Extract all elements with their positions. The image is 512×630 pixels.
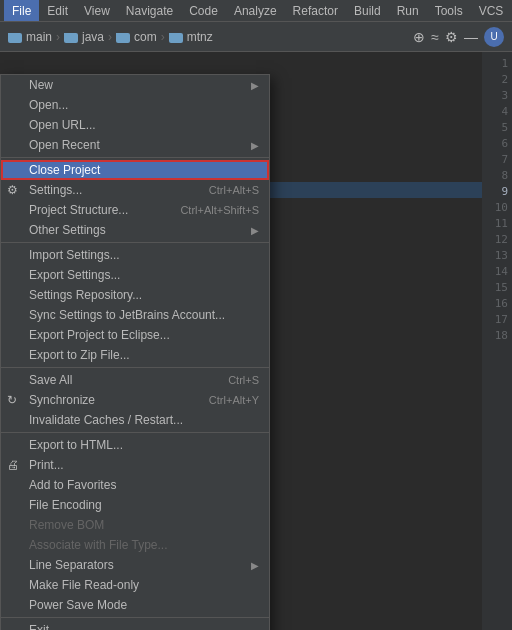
menu-item-other-settings[interactable]: Other Settings ▶: [1, 220, 269, 240]
line-7: 7: [501, 152, 508, 168]
sync-icon[interactable]: ≈: [431, 29, 439, 45]
breadcrumb-folder3-icon: [116, 33, 130, 43]
separator-4: [1, 432, 269, 433]
separator-3: [1, 367, 269, 368]
menu-code[interactable]: Code: [181, 0, 226, 21]
breadcrumb-sep1: ›: [56, 30, 60, 44]
menu-item-exit-label: Exit: [29, 623, 259, 630]
add-icon[interactable]: ⊕: [413, 29, 425, 45]
sync-menu-icon: ↻: [7, 393, 17, 407]
menu-item-sync-jetbrains[interactable]: Sync Settings to JetBrains Account...: [1, 305, 269, 325]
menu-bar: File Edit View Navigate Code Analyze Ref…: [0, 0, 512, 22]
menu-item-open-label: Open...: [29, 98, 259, 112]
line-numbers: 1 2 3 4 5 6 7 8 9 10 11 12 13 14 15 16 1…: [482, 52, 512, 630]
menu-item-sync-jetbrains-label: Sync Settings to JetBrains Account...: [29, 308, 259, 322]
menu-run[interactable]: Run: [389, 0, 427, 21]
menu-item-project-structure[interactable]: Project Structure... Ctrl+Alt+Shift+S: [1, 200, 269, 220]
breadcrumb-sep2: ›: [108, 30, 112, 44]
minimize-icon[interactable]: —: [464, 29, 478, 45]
settings-menu-icon: ⚙: [7, 183, 18, 197]
menu-item-settings[interactable]: ⚙ Settings... Ctrl+Alt+S: [1, 180, 269, 200]
breadcrumb-java: java: [82, 30, 104, 44]
menu-item-new-label: New: [29, 78, 251, 92]
menu-item-project-structure-shortcut: Ctrl+Alt+Shift+S: [180, 204, 259, 216]
breadcrumb-com: com: [134, 30, 157, 44]
menu-item-associate-file-type: Associate with File Type...: [1, 535, 269, 555]
menu-item-open-recent[interactable]: Open Recent ▶: [1, 135, 269, 155]
line-17: 17: [495, 312, 508, 328]
menu-item-save-all-label: Save All: [29, 373, 208, 387]
avatar-icon[interactable]: U: [484, 27, 504, 47]
breadcrumb-mtnz: mtnz: [187, 30, 213, 44]
line-9: 9: [501, 184, 508, 200]
menu-item-open-recent-arrow: ▶: [251, 140, 259, 151]
line-6: 6: [501, 136, 508, 152]
breadcrumb-sep3: ›: [161, 30, 165, 44]
line-2: 2: [501, 72, 508, 88]
menu-edit[interactable]: Edit: [39, 0, 76, 21]
line-5: 5: [501, 120, 508, 136]
menu-item-export-settings[interactable]: Export Settings...: [1, 265, 269, 285]
menu-item-synchronize-shortcut: Ctrl+Alt+Y: [209, 394, 259, 406]
menu-build[interactable]: Build: [346, 0, 389, 21]
menu-item-open[interactable]: Open...: [1, 95, 269, 115]
menu-item-import-settings-label: Import Settings...: [29, 248, 259, 262]
breadcrumb-folder2-icon: [64, 33, 78, 43]
print-menu-icon: 🖨: [7, 458, 19, 472]
menu-item-export-html[interactable]: Export to HTML...: [1, 435, 269, 455]
menu-item-remove-bom: Remove BOM: [1, 515, 269, 535]
menu-item-export-zip[interactable]: Export to Zip File...: [1, 345, 269, 365]
line-15: 15: [495, 280, 508, 296]
menu-item-file-encoding-label: File Encoding: [29, 498, 259, 512]
line-18: 18: [495, 328, 508, 344]
menu-file[interactable]: File: [4, 0, 39, 21]
menu-item-print[interactable]: 🖨 Print...: [1, 455, 269, 475]
menu-item-exit[interactable]: Exit: [1, 620, 269, 630]
menu-item-new[interactable]: New ▶: [1, 75, 269, 95]
menu-item-power-save[interactable]: Power Save Mode: [1, 595, 269, 615]
menu-tools[interactable]: Tools: [427, 0, 471, 21]
menu-item-new-arrow: ▶: [251, 80, 259, 91]
line-16: 16: [495, 296, 508, 312]
menu-item-close-project[interactable]: Close Project: [1, 160, 269, 180]
toolbar: main › java › com › mtnz ⊕ ≈ ⚙ — U: [0, 22, 512, 52]
separator-5: [1, 617, 269, 618]
menu-navigate[interactable]: Navigate: [118, 0, 181, 21]
menu-item-make-read-only[interactable]: Make File Read-only: [1, 575, 269, 595]
breadcrumb-folder4-icon: [169, 33, 183, 43]
separator-2: [1, 242, 269, 243]
menu-item-import-settings[interactable]: Import Settings...: [1, 245, 269, 265]
menu-item-line-separators-label: Line Separators: [29, 558, 251, 572]
line-11: 11: [495, 216, 508, 232]
line-3: 3: [501, 88, 508, 104]
file-dropdown-menu: New ▶ Open... Open URL... Open Recent ▶ …: [0, 74, 270, 630]
line-4: 4: [501, 104, 508, 120]
menu-view[interactable]: View: [76, 0, 118, 21]
menu-item-settings-repo[interactable]: Settings Repository...: [1, 285, 269, 305]
menu-analyze[interactable]: Analyze: [226, 0, 285, 21]
menu-item-export-eclipse-label: Export Project to Eclipse...: [29, 328, 259, 342]
toolbar-icons: ⊕ ≈ ⚙ — U: [413, 27, 504, 47]
menu-item-add-favorites[interactable]: Add to Favorites: [1, 475, 269, 495]
menu-item-settings-shortcut: Ctrl+Alt+S: [209, 184, 259, 196]
settings-icon[interactable]: ⚙: [445, 29, 458, 45]
main-content: lication ↑ 第一步 1 2 3 4 5 6 7 8 9 10 11 1…: [0, 52, 512, 630]
menu-item-project-structure-label: Project Structure...: [29, 203, 160, 217]
menu-item-line-separators-arrow: ▶: [251, 560, 259, 571]
menu-item-power-save-label: Power Save Mode: [29, 598, 259, 612]
line-10: 10: [495, 200, 508, 216]
menu-item-open-url[interactable]: Open URL...: [1, 115, 269, 135]
menu-vcs[interactable]: VCS: [471, 0, 512, 21]
menu-item-open-recent-label: Open Recent: [29, 138, 251, 152]
line-13: 13: [495, 248, 508, 264]
menu-item-open-url-label: Open URL...: [29, 118, 259, 132]
menu-refactor[interactable]: Refactor: [285, 0, 346, 21]
menu-item-invalidate-caches[interactable]: Invalidate Caches / Restart...: [1, 410, 269, 430]
menu-item-export-eclipse[interactable]: Export Project to Eclipse...: [1, 325, 269, 345]
breadcrumb-main: main: [26, 30, 52, 44]
menu-item-save-all[interactable]: Save All Ctrl+S: [1, 370, 269, 390]
menu-item-file-encoding[interactable]: File Encoding: [1, 495, 269, 515]
menu-item-synchronize-label: Synchronize: [29, 393, 189, 407]
menu-item-line-separators[interactable]: Line Separators ▶: [1, 555, 269, 575]
menu-item-synchronize[interactable]: ↻ Synchronize Ctrl+Alt+Y: [1, 390, 269, 410]
